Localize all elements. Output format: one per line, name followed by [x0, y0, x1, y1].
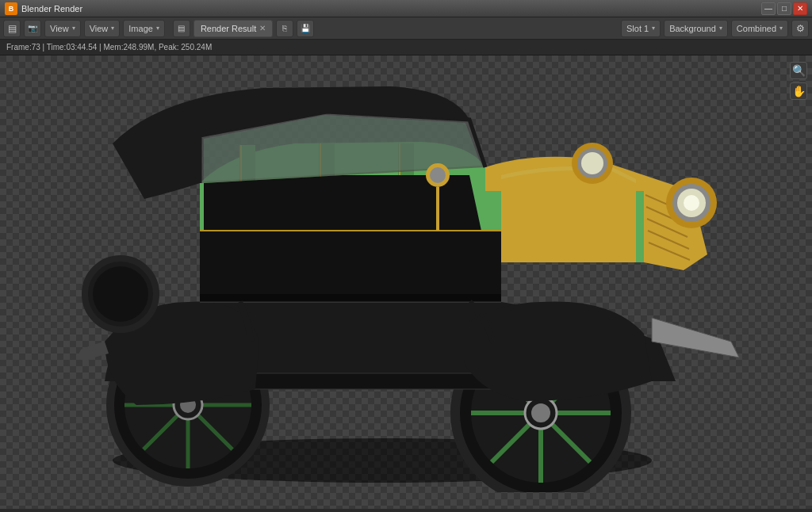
chevron-down-icon: ▾ [111, 25, 114, 32]
side-toolbar: 🔍 ✋ [790, 62, 807, 100]
chevron-down-icon: ▾ [652, 25, 655, 32]
combined-dropdown[interactable]: Combined ▾ [731, 20, 788, 37]
copy-icon[interactable]: ⎘ [276, 20, 293, 37]
hood [485, 157, 660, 262]
front-bumper [652, 318, 739, 357]
body-shadow [200, 294, 501, 302]
rendered-image [0, 55, 812, 509]
headlamp-right-lens [581, 152, 603, 174]
image-menu[interactable]: Image ▾ [123, 20, 165, 37]
spare-tire-inner [93, 266, 148, 322]
zoom-icon[interactable]: 🔍 [790, 62, 807, 79]
chevron-down-icon: ▾ [779, 25, 783, 32]
render-tab-icon[interactable]: ▤ [173, 20, 190, 37]
view-mode-icon[interactable]: ▤ [3, 20, 21, 37]
front-fender [462, 302, 652, 402]
chevron-down-icon: ▾ [72, 25, 75, 32]
render-info-text: Frame:73 | Time:03:44.54 | Mem:248.99M, … [6, 43, 212, 52]
view2-dropdown[interactable]: View ▾ [84, 20, 121, 37]
minimize-button[interactable]: — [761, 2, 776, 15]
settings-icon[interactable]: ⚙ [791, 20, 809, 37]
close-button[interactable]: ✕ [793, 2, 807, 15]
window-controls: — □ ✕ [761, 2, 807, 15]
door-panel [200, 231, 501, 302]
background-dropdown[interactable]: Background ▾ [664, 20, 728, 37]
maximize-button[interactable]: □ [777, 2, 791, 15]
exhaust-pipe [77, 342, 109, 361]
side-lamp-lens [430, 167, 446, 183]
slot-dropdown[interactable]: Slot 1 ▾ [621, 20, 661, 37]
save-icon[interactable]: 💾 [297, 20, 314, 37]
car-svg [41, 72, 771, 492]
render-tab-label: Render Result [201, 24, 256, 33]
info-bar: Frame:73 | Time:03:44.54 | Mem:248.99M, … [0, 40, 812, 55]
camera-icon[interactable]: 📷 [24, 20, 41, 37]
title-bar: B Blender Render — □ ✕ [0, 0, 812, 17]
headlamp-left-center [684, 195, 699, 211]
bottom-bar [0, 509, 812, 512]
chevron-down-icon: ▾ [156, 25, 159, 32]
chevron-down-icon: ▾ [719, 25, 722, 32]
hand-pan-icon[interactable]: ✋ [790, 82, 807, 100]
render-area: 🔍 ✋ [0, 55, 812, 509]
view1-dropdown[interactable]: View ▾ [44, 20, 81, 37]
header-toolbar: ▤ 📷 View ▾ View ▾ Image ▾ ▤ Render Resul… [0, 17, 812, 40]
app-icon: B [5, 2, 17, 15]
render-result-tab[interactable]: Render Result ✕ [193, 20, 273, 37]
tab-close-button[interactable]: ✕ [259, 24, 266, 32]
svg-point-19 [531, 403, 550, 422]
window-title: Blender Render [21, 4, 761, 13]
